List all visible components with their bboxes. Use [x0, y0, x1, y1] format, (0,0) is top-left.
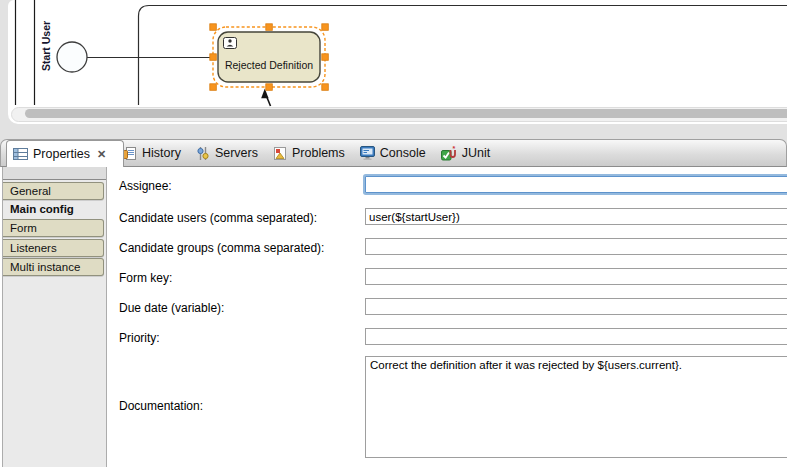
problems-icon: [273, 146, 287, 161]
sidebar-item-general[interactable]: General: [3, 182, 104, 200]
handle-w[interactable]: [210, 54, 217, 61]
handle-se[interactable]: [322, 84, 329, 91]
tab-label: Servers: [215, 146, 258, 160]
handle-e[interactable]: [322, 54, 329, 61]
start-event[interactable]: [57, 42, 87, 72]
tab-label: Console: [380, 146, 426, 160]
main-config-form: Assignee: Candidate users (comma separat…: [107, 167, 787, 467]
scrollbar-thumb[interactable]: [25, 109, 787, 118]
lane-label: Start User: [40, 21, 52, 71]
assignee-input[interactable]: [365, 176, 787, 193]
field-label-assignee: Assignee:: [119, 179, 172, 193]
console-icon: [360, 146, 375, 160]
form-key-input[interactable]: [365, 268, 787, 285]
tab-junit[interactable]: * JUnit: [441, 145, 490, 161]
eclipse-window: Start User Rejected Definition: [0, 0, 787, 467]
field-label-candidate-users: Candidate users (comma separated):: [119, 211, 317, 225]
properties-table-icon: [13, 148, 28, 160]
tab-console[interactable]: Console: [360, 146, 426, 160]
servers-icon: [196, 146, 210, 161]
horizontal-scrollbar[interactable]: [11, 107, 787, 122]
tab-label: History: [142, 146, 181, 160]
bpmn-diagram-panel: Start User Rejected Definition: [8, 0, 787, 124]
handle-s[interactable]: [266, 84, 273, 91]
category-sidebar: General Main config Form Listeners Multi…: [2, 167, 107, 467]
handle-sw[interactable]: [210, 84, 217, 91]
tab-label: JUnit: [462, 146, 490, 160]
tab-problems[interactable]: Problems: [273, 146, 345, 161]
documentation-textarea[interactable]: Correct the definition after it was reje…: [365, 356, 787, 458]
sidebar-header: [3, 167, 106, 180]
tab-label: Properties: [33, 147, 90, 161]
field-label-priority: Priority:: [119, 331, 160, 345]
task-node-label: Rejected Definition: [225, 59, 313, 71]
sidebar-item-form[interactable]: Form: [3, 219, 104, 237]
tab-properties[interactable]: Properties ✕: [6, 140, 124, 167]
sidebar-item-listeners[interactable]: Listeners: [3, 239, 104, 257]
view-tab-bar: Properties ✕ History: [0, 139, 787, 167]
tab-history[interactable]: History: [123, 146, 181, 161]
history-icon: [123, 146, 137, 161]
junit-icon: *: [441, 145, 457, 161]
tab-label: Problems: [292, 146, 345, 160]
candidate-groups-input[interactable]: [365, 238, 787, 255]
svg-text:*: *: [452, 145, 455, 152]
sidebar-item-main-config[interactable]: Main config: [3, 200, 104, 218]
field-label-documentation: Documentation:: [119, 399, 203, 413]
properties-content: General Main config Form Listeners Multi…: [0, 167, 787, 467]
priority-input[interactable]: [365, 328, 787, 345]
handle-nw[interactable]: [210, 24, 217, 31]
field-label-candidate-groups: Candidate groups (comma separated):: [119, 241, 324, 255]
handle-ne[interactable]: [322, 24, 329, 31]
tab-servers[interactable]: Servers: [196, 146, 258, 161]
field-label-form-key: Form key:: [119, 271, 172, 285]
properties-panel: Properties ✕ History: [0, 139, 787, 467]
sidebar-item-multi-instance[interactable]: Multi instance: [3, 258, 104, 276]
close-icon[interactable]: ✕: [97, 148, 106, 161]
user-task-icon: [224, 38, 237, 49]
bpmn-canvas[interactable]: Start User Rejected Definition: [8, 0, 787, 124]
due-date-input[interactable]: [365, 298, 787, 315]
candidate-users-input[interactable]: [365, 208, 787, 225]
handle-n[interactable]: [266, 24, 273, 31]
field-label-due-date: Due date (variable):: [119, 301, 224, 315]
